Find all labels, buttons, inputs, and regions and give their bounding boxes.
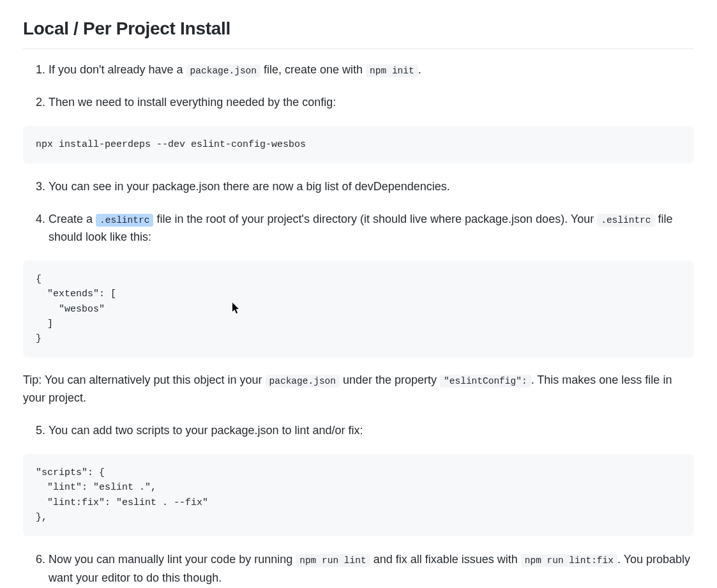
section-heading: Local / Per Project Install	[23, 15, 694, 49]
inline-code-npm-run-lint-fix: npm run lint:fix	[521, 554, 617, 567]
steps-list-continued-3: You can see in your package.json there a…	[23, 177, 694, 246]
step-5: You can add two scripts to your package.…	[49, 421, 694, 440]
steps-list: If you don't already have a package.json…	[23, 61, 694, 112]
tip-text-pre: Tip: You can alternatively put this obje…	[23, 373, 266, 386]
step-1-text-pre: If you don't already have a	[49, 63, 186, 76]
step-4: Create a .eslintrc file in the root of y…	[49, 210, 694, 247]
code-block-eslintrc-wrap: { "extends": [ "wesbos" ] }	[23, 260, 694, 358]
steps-list-continued-5: You can add two scripts to your package.…	[23, 421, 694, 440]
code-block-eslintrc[interactable]: { "extends": [ "wesbos" ] }	[23, 260, 694, 358]
step-6: Now you can manually lint your code by r…	[49, 550, 694, 587]
step-5-text: You can add two scripts to your package.…	[49, 424, 363, 437]
inline-code-package-json-2: package.json	[266, 375, 340, 388]
inline-code-eslintrc-2: .eslintrc	[597, 214, 654, 227]
step-6-text-mid: and fix all fixable issues with	[370, 553, 521, 566]
inline-code-npm-init: npm init	[366, 64, 418, 77]
inline-code-eslintrc-selected[interactable]: .eslintrc	[96, 214, 153, 227]
step-1-text-post: .	[418, 63, 421, 76]
tip-text-mid: under the property	[340, 373, 440, 386]
step-3: You can see in your package.json there a…	[49, 177, 694, 196]
document-page: Local / Per Project Install If you don't…	[0, 0, 717, 588]
step-4-text-pre: Create a	[49, 213, 96, 225]
steps-list-continued-6: Now you can manually lint your code by r…	[23, 550, 694, 587]
step-1: If you don't already have a package.json…	[49, 61, 694, 79]
step-4-text-mid: file in the root of your project's direc…	[153, 213, 597, 225]
code-block-scripts[interactable]: "scripts": { "lint": "eslint .", "lint:f…	[23, 454, 694, 536]
inline-code-npm-run-lint: npm run lint	[296, 554, 370, 567]
step-2-text: Then we need to install everything neede…	[49, 96, 336, 109]
tip-paragraph: Tip: You can alternatively put this obje…	[23, 372, 694, 407]
step-2: Then we need to install everything neede…	[49, 93, 694, 112]
step-6-text-pre: Now you can manually lint your code by r…	[49, 553, 296, 566]
code-block-install[interactable]: npx install-peerdeps --dev eslint-config…	[23, 126, 694, 163]
inline-code-package-json: package.json	[186, 64, 260, 77]
inline-code-eslintconfig: "eslintConfig":	[440, 375, 531, 388]
step-3-text: You can see in your package.json there a…	[49, 180, 450, 193]
step-1-text-mid: file, create one with	[260, 63, 366, 76]
